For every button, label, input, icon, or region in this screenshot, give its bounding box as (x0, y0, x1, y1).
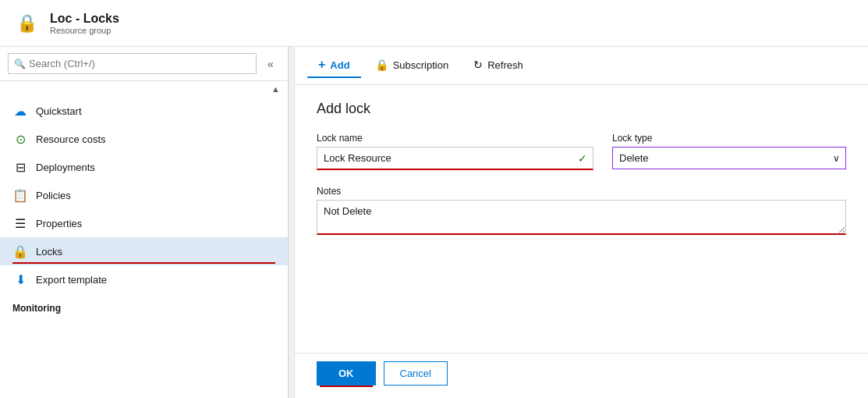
content-area: + Add 🔒 Subscription ↻ Refresh Add lock … (295, 47, 868, 398)
sidebar-item-quickstart[interactable]: ☁ Quickstart (0, 97, 288, 125)
add-lock-form: Add lock Lock name ✓ Lock type Delete (295, 85, 868, 353)
lock-type-group: Lock type Delete Read-only ∨ (612, 133, 846, 170)
subscription-button[interactable]: 🔒 Subscription (364, 54, 460, 77)
chevron-up-icon[interactable]: ▲ (271, 84, 280, 94)
locks-icon: 🔒 (12, 243, 28, 259)
header-title-group: Loc - Locks Resource group (50, 12, 119, 35)
search-input[interactable] (8, 53, 257, 74)
sidebar-search-wrapper: 🔍 « (0, 47, 288, 81)
sidebar-section-header: ▲ (0, 81, 288, 97)
search-icon: 🔍 (14, 59, 26, 69)
app-subtitle: Resource group (50, 26, 119, 35)
sidebar-item-deployments[interactable]: ⊟ Deployments (0, 153, 288, 181)
notes-group: Notes (317, 186, 846, 235)
policies-icon: 📋 (12, 187, 28, 203)
monitoring-section-label: Monitoring (0, 293, 288, 317)
refresh-icon: ↻ (473, 59, 483, 71)
app-icon: 🔒 (12, 9, 41, 37)
sidebar-item-locks[interactable]: 🔒 Locks (0, 237, 288, 265)
sidebar-item-policies[interactable]: 📋 Policies (0, 181, 288, 209)
check-icon: ✓ (578, 152, 587, 165)
resource-costs-icon: ⊙ (12, 131, 28, 147)
lock-type-select-wrapper: Delete Read-only ∨ (612, 147, 846, 169)
sidebar-item-export-template[interactable]: ⬇ Export template (0, 265, 288, 293)
sidebar-item-label-export-template: Export template (36, 274, 107, 286)
sidebar-item-label-properties: Properties (36, 218, 82, 229)
sidebar-item-label-policies: Policies (36, 190, 71, 201)
sidebar-item-label-resource-costs: Resource costs (36, 133, 106, 145)
form-actions: OK Cancel (295, 353, 868, 398)
toolbar: + Add 🔒 Subscription ↻ Refresh (295, 47, 868, 85)
app-title: Loc - Locks (50, 12, 119, 26)
sidebar-item-label-locks: Locks (36, 246, 62, 258)
notes-input[interactable] (317, 200, 846, 235)
lock-name-input[interactable] (317, 147, 593, 170)
lock-name-label: Lock name (317, 133, 593, 144)
subscription-icon: 🔒 (375, 59, 388, 71)
notes-label: Notes (317, 186, 846, 197)
cancel-button[interactable]: Cancel (384, 361, 448, 386)
add-button[interactable]: + Add (307, 53, 361, 78)
sidebar-divider (289, 47, 295, 398)
lock-type-label: Lock type (612, 133, 846, 144)
quickstart-icon: ☁ (12, 103, 28, 119)
sidebar-item-resource-costs[interactable]: ⊙ Resource costs (0, 125, 288, 153)
add-icon: + (318, 58, 325, 72)
form-title: Add lock (317, 101, 846, 117)
properties-icon: ☰ (12, 215, 28, 231)
sidebar-item-properties[interactable]: ☰ Properties (0, 209, 288, 237)
refresh-button[interactable]: ↻ Refresh (462, 54, 534, 77)
lock-type-select[interactable]: Delete Read-only (612, 147, 846, 169)
collapse-button[interactable]: « (261, 55, 280, 73)
app-header: 🔒 Loc - Locks Resource group (0, 0, 868, 47)
lock-name-group: Lock name ✓ (317, 133, 593, 170)
sidebar-item-label-deployments: Deployments (36, 162, 95, 173)
sidebar: 🔍 « ▲ ☁ Quickstart ⊙ Resource costs ⊟ De… (0, 47, 289, 398)
ok-button[interactable]: OK (317, 361, 376, 386)
deployments-icon: ⊟ (12, 159, 28, 175)
lock-name-input-wrapper: ✓ (317, 147, 593, 170)
export-template-icon: ⬇ (12, 272, 28, 287)
form-row-lock-info: Lock name ✓ Lock type Delete Read-only (317, 133, 846, 170)
main-layout: 🔍 « ▲ ☁ Quickstart ⊙ Resource costs ⊟ De… (0, 47, 868, 398)
sidebar-item-label-quickstart: Quickstart (36, 105, 82, 117)
